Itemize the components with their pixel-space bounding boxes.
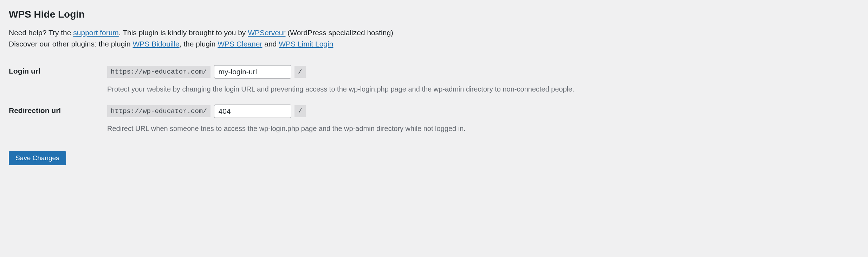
redirect-url-label: Redirection url [9, 101, 107, 140]
login-url-input[interactable] [214, 65, 291, 79]
login-url-label: Login url [9, 62, 107, 101]
wps-bidouille-link[interactable]: WPS Bidouille [133, 40, 180, 48]
redirect-url-cell: https://wp-educator.com/ / Redirect URL … [107, 101, 859, 140]
wps-cleaner-link[interactable]: WPS Cleaner [218, 40, 262, 48]
login-url-row: Login url https://wp-educator.com/ / Pro… [9, 62, 859, 101]
wps-limit-login-link[interactable]: WPS Limit Login [279, 40, 333, 48]
intro-text: Need help? Try the support forum. This p… [9, 27, 859, 49]
settings-form-table: Login url https://wp-educator.com/ / Pro… [9, 62, 859, 140]
intro-sep1: , the plugin [180, 40, 218, 48]
redirect-url-prefix: https://wp-educator.com/ [107, 105, 210, 117]
intro-brought-suffix: (WordPress specialized hosting) [286, 29, 394, 37]
section-title: WPS Hide Login [9, 9, 859, 20]
support-forum-link[interactable]: support forum [73, 29, 119, 37]
redirect-url-description: Redirect URL when someone tries to acces… [107, 124, 856, 133]
redirect-url-suffix: / [294, 105, 305, 117]
intro-help-prefix: Need help? Try the [9, 29, 73, 37]
wpserveur-link[interactable]: WPServeur [248, 29, 285, 37]
intro-discover-prefix: Discover our other plugins: the plugin [9, 40, 133, 48]
submit-row: Save Changes [9, 151, 859, 165]
redirect-url-row: Redirection url https://wp-educator.com/… [9, 101, 859, 140]
login-url-prefix: https://wp-educator.com/ [107, 66, 210, 78]
save-changes-button[interactable]: Save Changes [9, 151, 66, 165]
intro-brought-prefix: . This plugin is kindly brought to you b… [119, 29, 248, 37]
login-url-cell: https://wp-educator.com/ / Protect your … [107, 62, 859, 101]
redirect-url-input[interactable] [214, 105, 291, 118]
intro-sep2: and [262, 40, 279, 48]
login-url-description: Protect your website by changing the log… [107, 84, 856, 94]
login-url-suffix: / [294, 66, 305, 78]
